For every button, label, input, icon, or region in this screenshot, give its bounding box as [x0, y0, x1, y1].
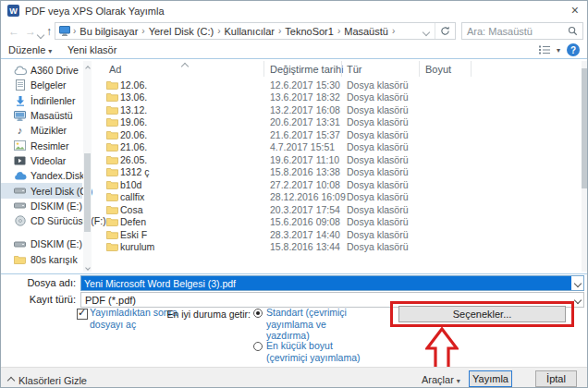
cancel-button[interactable]: İptal [535, 370, 577, 387]
table-row[interactable]: 26.05.19.6.2017 11:10Dosya klasörü [93, 153, 580, 166]
table-row[interactable]: kurulum15.8.2016 13:44Dosya klasörü [93, 241, 580, 254]
column-header-date[interactable]: Değiştirme tarihi [270, 64, 343, 75]
file-date-cell: 28.3.2017 14:40 [270, 229, 347, 240]
forward-button[interactable]: → [25, 25, 36, 38]
table-row[interactable]: 13.12.13.2.2017 16:08Dosya klasörü [93, 103, 580, 116]
file-date-cell: 28.12.2016 16:09 [270, 191, 347, 202]
title-bar: W PDF veya XPS Olarak Yayımla × [1, 1, 587, 20]
breadcrumb-item[interactable]: Kullanıcılar [222, 26, 277, 37]
sidebar-item[interactable]: ♪Müzikler [1, 123, 82, 138]
recent-locations-chevron-icon[interactable] [38, 28, 43, 41]
cd-icon [13, 215, 27, 227]
refresh-icon[interactable] [435, 23, 455, 39]
list-scrollbar[interactable] [582, 61, 588, 272]
close-icon[interactable]: × [571, 3, 579, 18]
hide-folders-button[interactable]: Klasörleri Gizle [8, 375, 87, 386]
sidebar-item[interactable]: A360 Drive [1, 63, 82, 78]
organize-menu[interactable]: Düzenle▾ [8, 44, 52, 55]
sidebar-item[interactable]: Resimler [1, 138, 82, 152]
sidebar-item[interactable]: Masaüstü [1, 108, 82, 123]
folder-icon [93, 117, 120, 127]
sidebar-item[interactable]: Yerel Disk (C:) [1, 183, 82, 198]
file-date-cell: 19.6.2017 11:10 [270, 154, 347, 165]
file-type-cell: Dosya klasörü [347, 204, 425, 215]
up-button[interactable]: ↑ [46, 25, 52, 38]
sidebar-item[interactable]: Videolar [1, 153, 82, 168]
table-row[interactable]: 19.06.20.6.2017 13:31Dosya klasörü [93, 116, 580, 129]
optimize-label: En iyi duruma getir: [154, 309, 251, 320]
address-bar[interactable]: ›Bu bilgisayar›Yerel Disk (C:)›Kullanıcı… [55, 22, 456, 40]
sidebar-scrollbar[interactable] [83, 61, 92, 272]
breadcrumb-item[interactable]: Masaüstü [341, 26, 391, 37]
open-after-publish-checkbox[interactable]: ✓ [77, 309, 88, 320]
cloud-blue-icon [13, 170, 27, 182]
sidebar-scrollbar-thumb[interactable] [84, 153, 91, 232]
sidebar-item-label: A360 Drive [31, 65, 79, 76]
sidebar-scroll-up-icon[interactable] [84, 61, 91, 72]
sidebar-item[interactable]: DISKIM (E:) [1, 199, 82, 213]
publish-button[interactable]: Yayımla [469, 370, 512, 387]
folder-icon [93, 205, 120, 214]
breadcrumb-item[interactable]: TeknoSor1 [282, 26, 337, 37]
table-row[interactable]: b10d27.2.2017 10:08Dosya klasörü [93, 178, 580, 191]
sidebar-item[interactable]: Belgeler [1, 78, 82, 92]
file-name-input[interactable]: Yeni Microsoft Word Belgesi (3).pdf [80, 275, 584, 291]
folder-icon [13, 253, 27, 265]
radio-standard[interactable] [253, 309, 263, 318]
folder-icon [93, 92, 120, 102]
sidebar-item[interactable]: 80s karışık [1, 252, 82, 267]
table-row[interactable]: Defen15.6.2016 09:08Dosya klasörü [93, 216, 580, 229]
sidebar-item[interactable]: DISKIM (E:) [1, 236, 82, 251]
table-row[interactable]: Eski F28.3.2017 14:40Dosya klasörü [93, 228, 580, 241]
breadcrumb-item[interactable]: Yerel Disk (C:) [146, 26, 217, 37]
search-input[interactable]: Ara: Masaüstü [461, 22, 583, 40]
breadcrumb-item[interactable]: Bu bilgisayar [77, 26, 141, 37]
column-header-type[interactable]: Tür [347, 64, 362, 75]
file-name-cell: 20.06. [120, 129, 270, 140]
sidebar-item[interactable]: İndirilenler [1, 93, 82, 108]
location-icon [59, 26, 70, 36]
save-type-dropdown-chevron-icon[interactable] [571, 297, 583, 303]
tools-menu[interactable]: Araçlar▾ [422, 374, 460, 385]
file-name-cell: kurulum [120, 241, 270, 252]
file-date-cell: 20.3.2017 17:54 [270, 204, 347, 215]
radio-minimum-size[interactable] [253, 342, 263, 351]
table-row[interactable]: Cosa20.3.2017 17:54Dosya klasörü [93, 203, 580, 216]
search-icon[interactable] [568, 26, 578, 36]
sidebar-scroll-down-icon[interactable] [84, 261, 91, 272]
table-row[interactable]: 21.06.4.7.2017 15:51Dosya klasörü [93, 141, 580, 154]
view-options-button[interactable]: ▾ [538, 44, 560, 55]
table-row[interactable]: callfix28.12.2016 16:09Dosya klasörü [93, 191, 580, 204]
radio-minimum-size-label[interactable]: En küçük boyut (çevrimiçi yayımlama) [266, 340, 374, 363]
file-date-cell: 12.6.2017 15:30 [270, 79, 347, 91]
table-row[interactable]: 12.06.12.6.2017 15:30Dosya klasörü [93, 79, 580, 91]
folder-icon [93, 242, 120, 251]
file-date-cell: 13.2.2017 16:08 [270, 104, 347, 115]
list-scrollbar-thumb[interactable] [582, 68, 588, 188]
file-name-cell: 26.05. [120, 154, 270, 165]
table-row[interactable]: 20.06.21.6.2017 15:37Dosya klasörü [93, 128, 580, 141]
sidebar-item-label: DISKIM (E:) [31, 200, 82, 212]
file-date-cell: 20.6.2017 13:31 [270, 116, 347, 127]
options-button[interactable]: Seçenekler... [398, 306, 566, 322]
file-browser: A360 DriveBelgelerİndirilenlerMasaüstü♪M… [1, 58, 588, 274]
sidebar-item[interactable]: CD Sürücüsü (F:) [1, 213, 82, 228]
checkmark-icon: ✓ [78, 307, 86, 319]
sidebar-item-label: DISKIM (E:) [31, 238, 82, 249]
file-name-cell: Eski F [120, 229, 270, 240]
file-name-dropdown-chevron-icon[interactable] [571, 276, 583, 290]
table-row[interactable]: 13.06.13.6.2017 18:32Dosya klasörü [93, 91, 580, 104]
sidebar-item[interactable]: Yandex.Disk [1, 168, 82, 183]
folder-icon [93, 192, 120, 201]
column-header-size[interactable]: Boyut [425, 64, 451, 75]
table-row[interactable]: 1312 ç15.8.2016 13:38Dosya klasörü [93, 166, 580, 179]
back-button[interactable]: ← [8, 25, 19, 38]
address-dropdown-chevron-icon[interactable] [418, 26, 435, 37]
help-icon[interactable]: ? [567, 43, 580, 56]
radio-standard-label[interactable]: Standart (çevrimiçi yayımlama ve yazdırm… [266, 307, 353, 342]
file-date-cell: 15.6.2016 09:08 [270, 216, 347, 227]
file-type-cell: Dosya klasörü [347, 166, 425, 177]
new-folder-button[interactable]: Yeni klasör [67, 44, 116, 55]
column-header-name[interactable]: Ad [109, 64, 121, 75]
publish-dialog: W PDF veya XPS Olarak Yayımla × ← → ↑ ›B… [0, 0, 588, 388]
